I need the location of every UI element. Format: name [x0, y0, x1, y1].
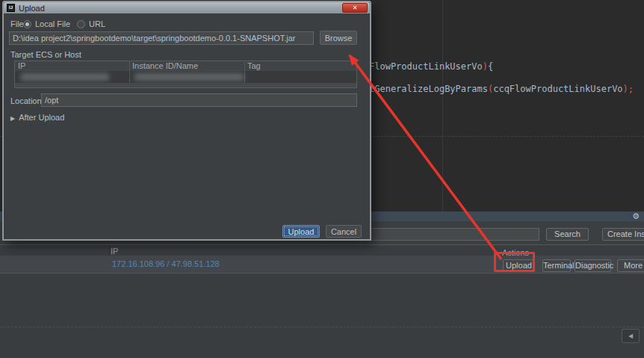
code-token: ;: [628, 84, 634, 94]
close-icon: ✕: [353, 4, 358, 11]
local-file-radio[interactable]: [23, 20, 31, 28]
row-diagnostic-button[interactable]: Diagnostic: [575, 259, 611, 272]
ip-column-header[interactable]: IP: [111, 247, 118, 256]
instance-table-row[interactable]: 172.16.108.96 / 47.98.51.128 Upload Term…: [0, 256, 644, 274]
upload-dialog: IJ Upload ✕ File Local File URL Browse T…: [2, 1, 371, 241]
search-button[interactable]: Search: [546, 228, 589, 241]
browse-button[interactable]: Browse: [320, 31, 357, 45]
header-ip[interactable]: IP: [18, 61, 25, 71]
dialog-cancel-button[interactable]: Cancel: [326, 225, 362, 238]
url-radio-label[interactable]: URL: [89, 19, 105, 28]
target-host-table: IP Instance ID/Name Tag: [14, 61, 357, 88]
code-line: tGeneralizeLogByParams(ccqFlowProductLin…: [369, 84, 634, 94]
code-token: {: [488, 61, 493, 72]
dialog-body: File Local File URL Browse Target ECS or…: [4, 13, 370, 239]
left-arrow-icon: ◀: [628, 333, 633, 339]
code-token: FlowProductLinkUserVo: [369, 61, 483, 72]
file-label: File: [10, 19, 24, 28]
intellij-app-icon: IJ: [7, 4, 15, 12]
collapse-panel-button[interactable]: ◀: [622, 329, 640, 343]
dialog-titlebar[interactable]: IJ Upload ✕: [4, 2, 370, 13]
after-upload-toggle[interactable]: ▶After Upload: [10, 113, 64, 122]
header-tag[interactable]: Tag: [247, 61, 261, 71]
location-label: Location: [10, 96, 42, 105]
row-upload-button[interactable]: Upload: [503, 259, 535, 272]
local-file-radio-label[interactable]: Local File: [35, 19, 70, 28]
dialog-upload-button[interactable]: Upload: [282, 225, 320, 238]
row-more-button[interactable]: More▾: [617, 259, 644, 272]
file-path-input[interactable]: [9, 31, 314, 45]
editor-margin-guide: [442, 0, 443, 212]
code-token: tGeneralizeLogByParams: [369, 84, 488, 94]
instance-table-header: IP Actions: [0, 244, 644, 256]
collapse-arrow-icon: ▶: [10, 115, 15, 122]
dashed-divider: [0, 327, 644, 327]
table-scrollbar[interactable]: [15, 83, 356, 87]
code-token: ccqFlowProductLinkUserVo: [493, 84, 622, 94]
code-token: ): [483, 61, 488, 72]
ide-screenshot: FlowProductLinkUserVo){ tGeneralizeLogBy…: [0, 0, 644, 358]
target-table-header: IP Instance ID/Name Tag: [15, 61, 356, 71]
target-ecs-label: Target ECS or Host: [10, 50, 81, 59]
target-table-row[interactable]: [15, 71, 356, 83]
create-instance-button[interactable]: Create Instance: [602, 228, 644, 241]
code-line: FlowProductLinkUserVo){: [369, 61, 493, 72]
instance-ip-link[interactable]: 172.16.108.96 / 47.98.51.128: [112, 259, 220, 268]
panel-empty-area: ◀: [0, 274, 644, 358]
dialog-title: Upload: [19, 4, 45, 13]
close-button[interactable]: ✕: [342, 3, 368, 13]
redacted-ip-value: [21, 73, 109, 81]
gear-icon[interactable]: ⚙: [632, 212, 640, 221]
more-button-label: More: [624, 261, 643, 270]
redacted-instance-value: [134, 73, 244, 81]
header-instance-id-name[interactable]: Instance ID/Name: [132, 61, 198, 71]
after-upload-label: After Upload: [19, 113, 64, 122]
url-radio[interactable]: [77, 20, 85, 28]
row-terminal-button[interactable]: Terminal: [542, 259, 571, 272]
location-input[interactable]: [41, 93, 357, 107]
code-token: ): [623, 84, 628, 94]
